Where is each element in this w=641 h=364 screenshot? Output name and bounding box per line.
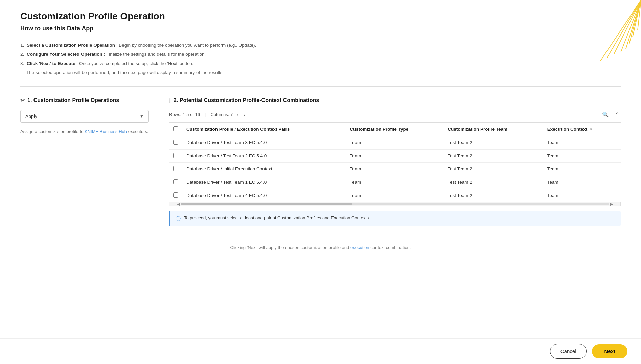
row-cell-2: Test Team 2 [443,136,543,150]
footer-note: Clicking 'Next' will apply the chosen cu… [20,238,621,257]
info-banner-text: To proceed, you must select at least one… [184,215,370,220]
instructions-list: 1. Select a Customization Profile Operat… [20,42,621,77]
instruction-item-1: 1. Select a Customization Profile Operat… [20,42,621,49]
scroll-track[interactable] [181,203,609,205]
select-all-checkbox[interactable] [173,126,178,131]
row-cell-1: Team [346,162,443,176]
table-row: Database Driver / Test Team 2 EC 5.4.0Te… [169,149,621,162]
prev-page-button[interactable]: ‹ [235,111,240,118]
row-cell-0: Database Driver / Test Team 3 EC 5.4.0 [182,136,346,150]
info-banner: ⓘ To proceed, you must select at least o… [169,211,621,226]
row-cell-3: Team [543,189,621,202]
col-header-context: Execution Context ▿ [543,122,621,136]
filter-icon: ▿ [590,127,592,132]
wrench-icon: ✂ [20,97,25,104]
row-cell-3: Team [543,149,621,162]
row-checkbox-4[interactable] [173,192,178,198]
cols-info: Columns: 7 [210,112,233,117]
horizontal-scrollbar[interactable]: ◀ ▶ [169,202,621,206]
dropdown-value: Apply [25,114,37,119]
combinations-table: Customization Profile / Execution Contex… [169,122,621,202]
row-checkbox-cell[interactable] [169,149,182,162]
scroll-thumb[interactable] [181,203,352,205]
row-cell-2: Test Team 2 [443,176,543,189]
row-cell-2: Test Team 2 [443,189,543,202]
row-cell-0: Database Driver / Test Team 2 EC 5.4.0 [182,149,346,162]
main-content: ✂ 1. Customization Profile Operations Ap… [20,97,621,226]
instruction-item-3: 3. Click 'Next' to Execute : Once you've… [20,60,621,68]
row-checkbox-cell[interactable] [169,136,182,150]
row-checkbox-cell[interactable] [169,189,182,202]
row-cell-2: Test Team 2 [443,162,543,176]
row-checkbox-1[interactable] [173,153,178,158]
assign-description: Assign a customization profile to KNIME … [20,129,149,134]
info-icon: ⓘ [176,215,181,222]
cancel-button[interactable]: Cancel [550,344,587,359]
table-row: Database Driver / Test Team 4 EC 5.4.0Te… [169,189,621,202]
instruction-item-2: 2. Configure Your Selected Operation : F… [20,51,621,59]
section2-title: ⁞ 2. Potential Customization Profile-Con… [169,97,621,104]
right-column: ⁞ 2. Potential Customization Profile-Con… [169,97,621,226]
operation-dropdown[interactable]: Apply ▼ [20,110,149,123]
row-checkbox-cell[interactable] [169,176,182,189]
footer-buttons: Cancel Next [0,338,641,364]
filter-button[interactable]: ⌃ [614,110,621,119]
row-cell-0: Database Driver / Test Team 1 EC 5.4.0 [182,176,346,189]
row-cell-3: Team [543,136,621,150]
list-icon: ⁞ [169,97,171,104]
page-subtitle: How to use this Data App [20,25,621,32]
row-checkbox-0[interactable] [173,140,178,145]
svg-line-2 [614,0,641,54]
select-all-header[interactable] [169,122,182,136]
decorative-lines [567,0,641,61]
col-header-pairs: Customization Profile / Execution Contex… [182,122,346,136]
table-meta-row: Rows: 1-5 of 16 | Columns: 7 ‹ › 🔍 ⌃ [169,110,621,119]
row-cell-3: Team [543,176,621,189]
row-cell-2: Test Team 2 [443,149,543,162]
row-cell-0: Database Driver / Initial Execution Cont… [182,162,346,176]
row-cell-1: Team [346,136,443,150]
row-checkbox-cell[interactable] [169,162,182,176]
section1-title: ✂ 1. Customization Profile Operations [20,97,149,104]
table-header-row: Customization Profile / Execution Contex… [169,122,621,136]
section-divider [20,86,621,87]
row-checkbox-3[interactable] [173,179,178,184]
table-row: Database Driver / Test Team 1 EC 5.4.0Te… [169,176,621,189]
rows-info: Rows: 1-5 of 16 [169,112,200,117]
left-column: ✂ 1. Customization Profile Operations Ap… [20,97,149,134]
row-cell-1: Team [346,176,443,189]
svg-line-1 [607,0,641,58]
footer-note-text: Clicking 'Next' will apply the chosen cu… [230,245,411,250]
instruction-note: The selected operation will be performed… [26,69,621,77]
row-cell-3: Team [543,162,621,176]
col-header-team: Customization Profile Team [443,122,543,136]
chevron-down-icon: ▼ [140,114,144,119]
scroll-left-arrow[interactable]: ◀ [176,202,181,206]
row-checkbox-2[interactable] [173,166,178,171]
row-cell-0: Database Driver / Test Team 4 EC 5.4.0 [182,189,346,202]
page-title: Customization Profile Operation [20,11,621,22]
table-row: Database Driver / Initial Execution Cont… [169,162,621,176]
col-header-type: Customization Profile Type [346,122,443,136]
execution-link[interactable]: execution [350,245,369,250]
search-button[interactable]: 🔍 [601,110,610,119]
table-actions: 🔍 ⌃ [601,110,621,119]
next-page-button[interactable]: › [243,111,247,118]
next-button[interactable]: Next [592,344,627,358]
table-row: Database Driver / Test Team 3 EC 5.4.0Te… [169,136,621,150]
knime-hub-link[interactable]: KNIME Business Hub [85,129,127,134]
row-cell-1: Team [346,149,443,162]
scroll-right-arrow[interactable]: ▶ [609,202,614,206]
row-cell-1: Team [346,189,443,202]
